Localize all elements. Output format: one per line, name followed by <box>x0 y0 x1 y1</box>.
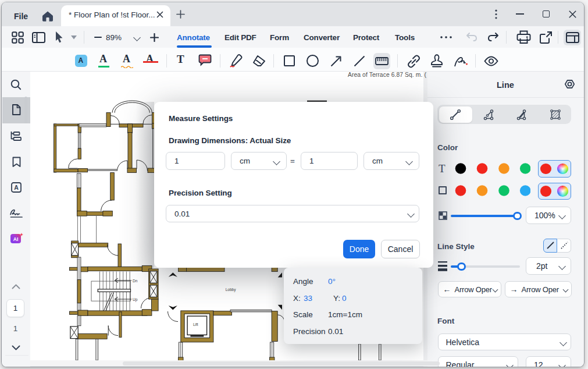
svg-text:Lift: Lift <box>193 322 198 327</box>
svg-text:Dn: Dn <box>133 279 138 283</box>
svg-text:Up: Up <box>133 297 138 302</box>
svg-text:Lobby: Lobby <box>226 288 236 292</box>
